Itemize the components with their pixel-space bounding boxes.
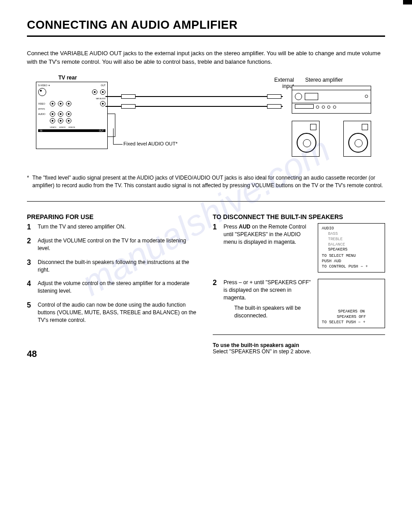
audio-jack	[66, 111, 71, 117]
tv-rear-label: TV rear	[58, 75, 77, 81]
prep-step: Adjust the volume control on the stereo …	[27, 280, 199, 295]
osd-line: TO SELECT PUSH − +	[322, 320, 381, 325]
out2-text: OUT	[99, 129, 104, 132]
left-column: PREPARING FOR USE Turn the TV and stereo…	[27, 213, 199, 355]
tv-rear-panel: S-VIDEO ▼ OUT VAR AUDIO VIDEO (MONO) AUD…	[36, 82, 108, 149]
osd-line: BALANCE	[322, 242, 381, 248]
osd-line: TO SELECT MENU	[322, 254, 381, 259]
right-separator	[213, 334, 385, 335]
var-audio-text: VAR AUDIO	[38, 97, 105, 100]
amp-led	[365, 95, 368, 98]
section-rule	[27, 201, 385, 202]
video-in-jack	[50, 101, 55, 106]
audio-jack	[58, 118, 63, 123]
audio-jack	[66, 118, 71, 123]
tweeter	[310, 124, 316, 130]
external-input-label: External input	[263, 77, 294, 89]
rca-plug	[121, 104, 136, 109]
audio-jack	[50, 118, 55, 123]
fixed-level-label: Fixed level AUDIO OUT*	[123, 141, 177, 146]
page-number: 48	[27, 349, 37, 359]
amp-button	[322, 106, 325, 109]
intro-paragraph: Connect the VARIABLE AUDIO OUT jacks to …	[27, 49, 385, 66]
v3-text: VIDEO3	[68, 126, 75, 128]
step2-a: Press – or + until "SPEAKERS OFF" is dis…	[224, 279, 311, 301]
tweeter	[362, 124, 368, 130]
main-columns: PREPARING FOR USE Turn the TV and stereo…	[27, 213, 385, 355]
step2-b: The built-in speakers will be disconnect…	[224, 304, 312, 320]
callout-line	[113, 128, 123, 145]
woofer	[297, 133, 316, 153]
osd-screen-2: SPEAKERS ON SPEAKERS OFF TO SELECT PUSH …	[318, 279, 385, 328]
reuse-heading: To use the built-in speakers again	[213, 342, 385, 348]
step2-text: Press – or + until "SPEAKERS OFF" is dis…	[213, 279, 312, 328]
right-speaker-drawing	[343, 121, 371, 157]
v2-text: VIDEO2	[59, 126, 66, 128]
audio-jack	[58, 111, 63, 117]
prep-step: Adjust the VOLUME control on the TV for …	[27, 237, 199, 252]
osd-line: SPEAKERS OFF	[322, 315, 381, 320]
prep-step: Control of the audio can now be done usi…	[27, 301, 199, 324]
left-speaker-drawing	[292, 121, 320, 157]
osd-line: TREBLE	[322, 237, 381, 242]
var-audio-l-jack	[100, 89, 105, 95]
woofer	[348, 133, 368, 153]
footnote-star: *	[27, 174, 29, 182]
step1-text: Press AUD on the Remote Control until "S…	[213, 223, 312, 273]
page-corner-marker	[403, 0, 412, 4]
rca-plug	[267, 94, 281, 99]
prep-step: Disconnect the built-in speakers followi…	[27, 259, 199, 274]
reuse-text: Select "SPEAKERS ON" in step 2 above.	[213, 348, 385, 355]
amp-button	[333, 106, 336, 109]
amp-display	[305, 93, 318, 100]
amp-knob	[295, 93, 302, 100]
video-text: VIDEO	[38, 102, 47, 105]
osd-line: PUSH AUD	[322, 259, 381, 264]
footnote: * The "fixed level" audio signal present…	[27, 174, 385, 190]
svideo-text: S-VIDEO ▼	[38, 84, 50, 87]
page-title: CONNECTING AN AUDIO AMPLIFIER	[27, 18, 385, 32]
preparing-steps: Turn the TV and stereo amplifier ON. Adj…	[27, 223, 199, 324]
osd-line: TO CONTROL PUSH − +	[322, 264, 381, 270]
step1-a: Press	[224, 224, 239, 230]
var-audio-r-jack	[92, 89, 97, 95]
disconnect-heading: TO DISCONNECT THE BUILT-IN SPEAKERS	[213, 213, 385, 220]
rca-plug	[267, 104, 281, 109]
right-column: TO DISCONNECT THE BUILT-IN SPEAKERS Pres…	[213, 213, 385, 355]
title-rule	[27, 35, 385, 37]
amp-button	[316, 106, 319, 109]
amp-button	[327, 106, 330, 109]
osd-line: BASS	[322, 232, 381, 237]
osd-line: AUDIO	[322, 226, 381, 232]
video-in-jack	[58, 101, 63, 106]
rca-plug	[121, 94, 136, 99]
footnote-text: The "fixed level" audio signal present a…	[32, 175, 383, 189]
disconnect-step-1: Press AUD on the Remote Control until "S…	[213, 223, 385, 273]
in-text: IN	[40, 129, 42, 132]
v1-text: VIDEO1	[50, 126, 57, 128]
step1-bold: AUD	[239, 224, 250, 230]
osd-line: SPEAKERS ON	[322, 309, 381, 315]
disconnect-step-2: Press – or + until "SPEAKERS OFF" is dis…	[213, 279, 385, 328]
mono-text: (MONO)	[38, 108, 105, 110]
stereo-amplifier-drawing	[292, 86, 371, 114]
preparing-heading: PREPARING FOR USE	[27, 213, 199, 220]
out-text: OUT	[101, 84, 105, 87]
audio-jack	[50, 111, 55, 117]
stereo-amplifier-label: Stereo amplifier	[305, 77, 343, 83]
video-out-jack	[100, 101, 105, 106]
audio-text: AUDIO	[38, 113, 47, 115]
osd-screen-1: AUDIO BASS TREBLE BALANCE SPEAKERS TO SE…	[318, 223, 385, 273]
video-in-jack	[66, 101, 71, 106]
connection-diagram: TV rear External input Stereo amplifier …	[27, 75, 385, 169]
osd-line: SPEAKERS	[322, 247, 381, 253]
svideo-jack	[38, 88, 46, 96]
prep-step: Turn the TV and stereo amplifier ON.	[27, 223, 199, 231]
